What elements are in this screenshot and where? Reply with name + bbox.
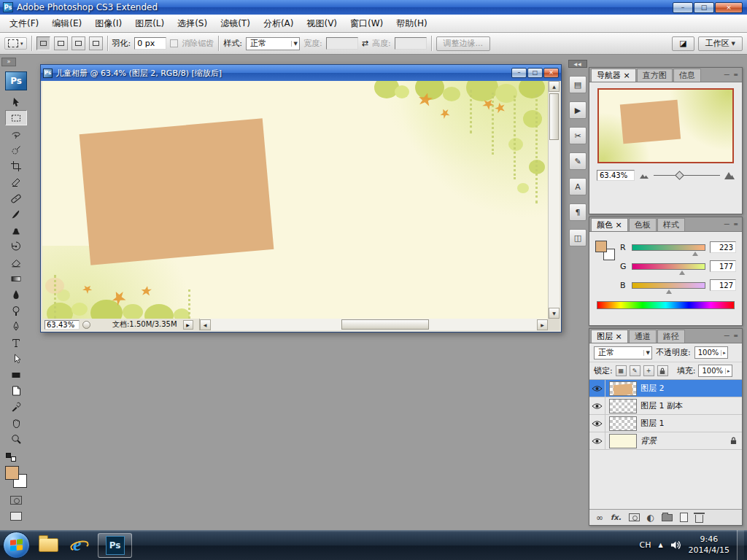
tab-styles[interactable]: 样式 bbox=[657, 218, 685, 231]
zoom-in-icon[interactable] bbox=[724, 171, 735, 179]
intersect-selection-button[interactable] bbox=[89, 36, 103, 50]
visibility-toggle[interactable] bbox=[589, 380, 605, 397]
layer-thumbnail[interactable] bbox=[609, 399, 637, 413]
tab-info[interactable]: 信息 bbox=[673, 69, 701, 82]
scroll-down-icon[interactable]: ▼ bbox=[549, 308, 560, 319]
blue-slider-thumb[interactable] bbox=[666, 289, 672, 294]
scroll-left-icon[interactable]: ◀ bbox=[200, 319, 211, 330]
taskbar-photoshop-button[interactable]: Ps bbox=[98, 533, 132, 558]
layer2-photo-shape[interactable] bbox=[80, 118, 274, 265]
menu-file[interactable]: 文件(F) bbox=[3, 15, 45, 32]
layer-thumbnail[interactable] bbox=[609, 381, 637, 396]
panel-menu-icon[interactable]: ≡ bbox=[733, 71, 738, 78]
eraser-tool[interactable] bbox=[5, 254, 27, 270]
status-popup-button[interactable]: ▶ bbox=[183, 320, 193, 330]
rectangular-marquee-tool[interactable] bbox=[5, 110, 27, 125]
antialias-checkbox[interactable] bbox=[170, 39, 178, 47]
brush-tool[interactable] bbox=[5, 206, 27, 222]
dock-icon-tool-presets[interactable]: ✎ bbox=[569, 152, 587, 170]
blue-slider[interactable] bbox=[632, 282, 705, 289]
show-desktop-button[interactable] bbox=[737, 530, 744, 560]
menu-edit[interactable]: 编辑(E) bbox=[45, 15, 88, 32]
panel-collapse-icon[interactable]: — bbox=[724, 332, 729, 339]
layer-row-layer1-copy[interactable]: 图层 1 副本 bbox=[589, 397, 742, 415]
visibility-toggle[interactable] bbox=[589, 397, 605, 414]
green-slider-thumb[interactable] bbox=[679, 271, 685, 275]
navigator-thumbnail[interactable] bbox=[597, 88, 734, 163]
crop-tool[interactable] bbox=[5, 158, 27, 174]
dock-icon-brushes[interactable]: ▤ bbox=[569, 76, 587, 93]
delete-layer-icon[interactable] bbox=[695, 513, 703, 523]
go-to-bridge-button[interactable]: ◪ bbox=[672, 36, 694, 51]
quick-mask-button[interactable] bbox=[5, 492, 27, 508]
swap-dimensions-icon[interactable]: ⇄ bbox=[362, 39, 368, 48]
screen-mode-button[interactable] bbox=[5, 508, 27, 524]
shape-tool[interactable] bbox=[5, 367, 27, 382]
horizontal-scroll-thumb[interactable] bbox=[341, 319, 429, 330]
menu-analysis[interactable]: 分析(A) bbox=[257, 15, 301, 32]
horizontal-scroll-track[interactable] bbox=[211, 319, 537, 330]
doc-minimize-button[interactable]: – bbox=[511, 68, 527, 78]
document-canvas[interactable] bbox=[42, 81, 548, 319]
path-selection-tool[interactable] bbox=[5, 351, 27, 366]
tray-clock[interactable]: 9:46 2014/4/15 bbox=[689, 534, 729, 556]
dock-icon-layer-comps[interactable]: ◫ bbox=[569, 229, 587, 246]
dock-icon-character[interactable]: A bbox=[569, 178, 587, 195]
horizontal-scrollbar[interactable]: ◀ ▶ bbox=[199, 319, 548, 330]
refine-edge-button[interactable]: 调整边缘... bbox=[436, 36, 491, 51]
zoom-slider-thumb[interactable] bbox=[675, 171, 684, 180]
panel-menu-icon[interactable]: ≡ bbox=[733, 221, 738, 228]
gradient-tool[interactable] bbox=[5, 271, 27, 286]
lock-all-button[interactable] bbox=[657, 365, 668, 376]
scroll-right-icon[interactable]: ▶ bbox=[537, 319, 548, 330]
red-slider[interactable] bbox=[632, 244, 705, 251]
new-layer-icon[interactable] bbox=[680, 513, 688, 522]
taskbar-ie-button[interactable]: e bbox=[66, 533, 93, 557]
workspace-button[interactable]: 工作区 ▼ bbox=[698, 36, 743, 51]
menu-window[interactable]: 窗口(W) bbox=[344, 15, 390, 32]
default-colors-icon[interactable] bbox=[6, 453, 16, 462]
menu-filter[interactable]: 滤镜(T) bbox=[214, 15, 257, 32]
panel-collapse-icon[interactable]: — bbox=[724, 71, 729, 78]
panel-menu-icon[interactable]: ≡ bbox=[733, 332, 738, 339]
subtract-selection-button[interactable] bbox=[71, 36, 85, 50]
vertical-scrollbar[interactable]: ▲ ▼ bbox=[548, 81, 560, 319]
tab-navigator[interactable]: 导航器 × bbox=[591, 69, 636, 82]
layer-name[interactable]: 图层 1 bbox=[640, 418, 665, 429]
dock-icon-animation[interactable]: ▶ bbox=[569, 101, 587, 119]
link-layers-icon[interactable]: ∞ bbox=[596, 513, 603, 523]
height-input[interactable] bbox=[395, 37, 427, 50]
green-value-input[interactable] bbox=[710, 260, 736, 272]
visibility-toggle[interactable] bbox=[589, 432, 605, 449]
history-brush-tool[interactable] bbox=[5, 238, 27, 254]
document-titlebar[interactable]: Ps 儿童相册 @ 63.4% (图层 2, RGB/8) [缩放后] – □ … bbox=[41, 65, 561, 81]
tab-color[interactable]: 颜色 × bbox=[591, 218, 628, 231]
green-slider[interactable] bbox=[632, 263, 705, 270]
layer-row-background[interactable]: 背景 bbox=[589, 432, 742, 450]
panel-collapse-icon[interactable]: — bbox=[724, 221, 729, 228]
eyedropper-tool[interactable] bbox=[5, 399, 27, 414]
dock-icon-paragraph[interactable]: ¶ bbox=[569, 203, 587, 221]
color-spectrum-bar[interactable] bbox=[597, 301, 735, 309]
visibility-toggle[interactable] bbox=[589, 415, 605, 432]
foreground-color-swatch[interactable] bbox=[595, 241, 607, 252]
dock-icon-clone-source[interactable]: ✂ bbox=[569, 127, 587, 144]
tab-histogram[interactable]: 直方图 bbox=[637, 69, 673, 82]
menu-image[interactable]: 图像(I) bbox=[88, 15, 128, 32]
pen-tool[interactable] bbox=[5, 319, 27, 334]
maximize-button[interactable]: □ bbox=[694, 2, 714, 13]
width-input[interactable] bbox=[326, 37, 358, 50]
layer-row-layer2[interactable]: 图层 2 bbox=[589, 380, 742, 397]
blur-tool[interactable] bbox=[5, 287, 27, 302]
layer-name[interactable]: 图层 2 bbox=[640, 383, 665, 394]
fill-input[interactable]: 100% ▸ bbox=[698, 365, 732, 377]
zoom-out-icon[interactable] bbox=[639, 171, 649, 179]
layer-name[interactable]: 图层 1 副本 bbox=[640, 400, 683, 411]
tab-layers[interactable]: 图层 × bbox=[591, 330, 628, 343]
new-selection-button[interactable] bbox=[36, 36, 50, 50]
lasso-tool[interactable] bbox=[5, 126, 27, 141]
scroll-up-icon[interactable]: ▲ bbox=[549, 81, 560, 92]
layer-thumbnail[interactable] bbox=[609, 416, 637, 431]
adjustment-layer-icon[interactable]: ◐ bbox=[647, 513, 654, 523]
doc-restore-button[interactable]: □ bbox=[527, 68, 543, 78]
